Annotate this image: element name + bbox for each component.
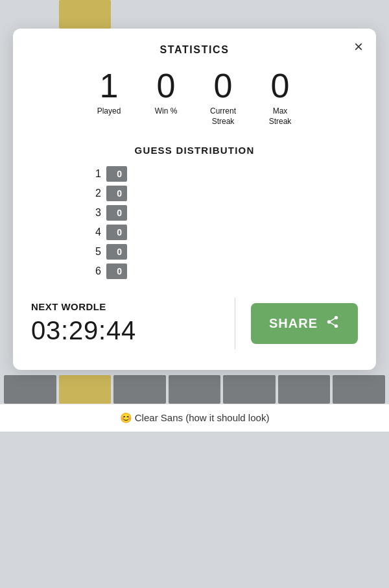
dist-row-4: 4 0 [91,225,298,240]
dist-bar-3: 0 [106,205,127,221]
top-tile-3 [113,0,166,29]
top-tile-1 [4,0,56,29]
section-divider [235,297,235,349]
dist-row-5: 5 0 [91,244,298,260]
top-tile-2 [59,0,112,29]
dist-bar-6: 0 [106,263,127,279]
close-button[interactable]: × [354,39,363,55]
top-tile-7 [333,0,385,29]
bottom-tile-row [0,375,389,404]
dist-bar-wrap-5: 0 [106,244,298,260]
share-label: SHARE [269,316,318,331]
distribution-title: GUESS DISTRIBUTION [31,145,358,156]
dist-bar-wrap-1: 0 [106,166,298,182]
modal-title: STATISTICS [31,44,358,56]
statistics-modal: × STATISTICS 1 Played 0 Win % 0 CurrentS… [13,29,376,370]
dist-row-6: 6 0 [91,263,298,279]
dist-bar-wrap-6: 0 [106,263,298,279]
top-tile-row [0,0,389,29]
bottom-tile-3 [113,375,166,404]
max-streak-label: MaxStreak [269,106,292,127]
stat-win: 0 Win % [143,69,189,127]
top-tile-4 [169,0,221,29]
bottom-tile-4 [169,375,221,404]
stat-played: 1 Played [86,69,132,127]
dist-bar-2: 0 [106,186,127,201]
stat-max-streak: 0 MaxStreak [257,69,303,127]
bottom-section: NEXT WORDLE 03:29:44 SHARE [31,297,358,349]
dist-label-3: 3 [91,207,101,219]
dist-bar-wrap-4: 0 [106,225,298,240]
countdown-timer: 03:29:44 [31,316,136,345]
share-icon [325,315,340,332]
played-number: 1 [100,69,119,103]
top-tile-5 [223,0,276,29]
dist-bar-5: 0 [106,244,127,260]
dist-bar-wrap-3: 0 [106,205,298,221]
dist-label-1: 1 [91,168,101,180]
footer-emoji: 😊 [120,412,132,423]
footer-text: Clear Sans (how it should look) [132,412,270,423]
distribution-list: 1 0 2 0 3 0 4 0 [91,166,298,279]
dist-row-3: 3 0 [91,205,298,221]
dist-bar-4: 0 [106,225,127,240]
bottom-tile-1 [4,375,56,404]
bottom-tile-7 [333,375,385,404]
bottom-tile-5 [223,375,276,404]
page-wrapper: × STATISTICS 1 Played 0 Win % 0 CurrentS… [0,0,389,588]
stats-row: 1 Played 0 Win % 0 CurrentStreak 0 MaxSt… [31,69,358,127]
current-streak-label: CurrentStreak [210,106,236,127]
next-wordle-block: NEXT WORDLE 03:29:44 [31,301,235,345]
played-label: Played [97,106,121,117]
dist-bar-wrap-2: 0 [106,186,298,201]
bottom-tile-6 [278,375,331,404]
current-streak-number: 0 [214,69,233,103]
top-tile-6 [278,0,331,29]
share-button[interactable]: SHARE [251,303,358,344]
dist-label-2: 2 [91,188,101,199]
max-streak-number: 0 [271,69,290,103]
win-number: 0 [157,69,176,103]
win-label: Win % [155,106,178,117]
dist-label-5: 5 [91,246,101,258]
dist-bar-1: 0 [106,166,127,182]
stat-current-streak: 0 CurrentStreak [200,69,246,127]
footer: 😊 Clear Sans (how it should look) [0,404,389,432]
bottom-tile-2 [59,375,112,404]
dist-label-4: 4 [91,227,101,238]
next-wordle-label: NEXT WORDLE [31,301,106,312]
dist-row-1: 1 0 [91,166,298,182]
dist-row-2: 2 0 [91,186,298,201]
dist-label-6: 6 [91,265,101,277]
